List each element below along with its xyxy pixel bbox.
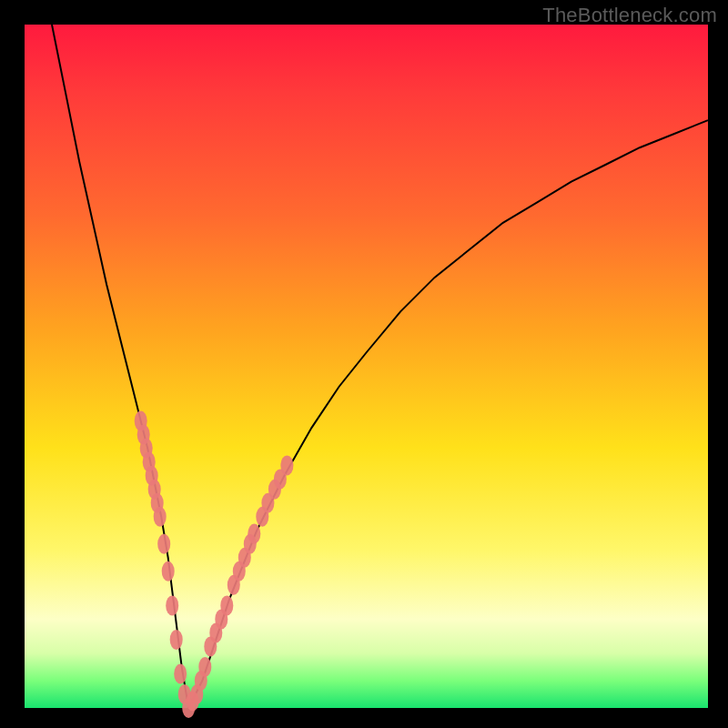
highlight-dot: [154, 507, 167, 527]
plot-area: [25, 25, 708, 708]
watermark-text: TheBottleneck.com: [542, 4, 717, 27]
highlight-dot: [198, 657, 211, 677]
outer-frame: TheBottleneck.com: [0, 0, 728, 728]
bottleneck-curve: [52, 25, 708, 708]
highlight-dot: [170, 630, 183, 650]
highlight-dot: [166, 595, 178, 615]
highlight-dot: [220, 595, 233, 615]
highlight-dot: [162, 561, 175, 581]
highlight-dot: [248, 524, 260, 544]
chart-svg: [25, 25, 708, 708]
highlight-dot: [157, 534, 170, 554]
highlight-dot: [174, 664, 187, 684]
highlight-dots-group: [135, 411, 294, 718]
highlight-dot: [280, 455, 293, 475]
